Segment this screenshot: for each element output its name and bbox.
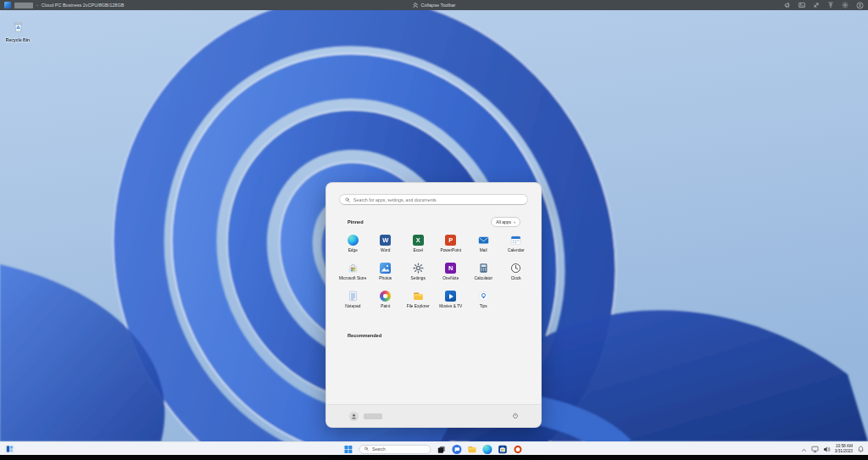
app-tile-movies-tv[interactable]: Movies & TV xyxy=(435,285,468,313)
task-view-button[interactable] xyxy=(437,445,446,454)
start-icon xyxy=(343,445,353,454)
notifications-bell-icon[interactable] xyxy=(857,441,865,457)
app-tile-powerpoint[interactable]: P PowerPoint xyxy=(435,230,468,258)
system-tray: 10:58 AM 3/31/2023 xyxy=(801,442,865,456)
app-label: Tips xyxy=(480,304,487,308)
app-tile-clock[interactable]: Clock xyxy=(500,258,533,285)
start-search-input[interactable]: Search for apps, settings, and documents xyxy=(339,194,528,205)
paint-icon xyxy=(380,291,391,302)
calendar-icon xyxy=(510,235,521,246)
app-tile-tips[interactable]: Tips xyxy=(467,285,500,313)
taskbar-search-icon xyxy=(364,446,369,452)
app-tile-mail[interactable]: Mail xyxy=(467,230,500,258)
taskbar-search-box[interactable]: Search xyxy=(359,445,431,454)
app-tile-onenote[interactable]: N OneNote xyxy=(435,258,468,285)
widgets-button[interactable] xyxy=(5,444,14,453)
screenshot-icon[interactable] xyxy=(798,2,805,8)
photos-icon xyxy=(380,263,391,274)
user-name-redacted xyxy=(364,413,382,419)
app-tile-word[interactable]: W Word xyxy=(370,230,403,258)
app-tile-excel[interactable]: X Excel xyxy=(402,230,435,258)
collapse-toolbar-label: Collapse Toolbar xyxy=(421,3,456,8)
start-button[interactable] xyxy=(343,445,353,454)
app-label: Notepad xyxy=(345,304,360,308)
feedback-icon[interactable] xyxy=(784,2,791,8)
notepad-icon xyxy=(348,291,359,302)
app-label: Excel xyxy=(413,248,423,252)
file-explorer-button[interactable] xyxy=(467,445,476,454)
all-apps-label: All apps xyxy=(496,219,511,224)
app-label: Settings xyxy=(411,276,426,280)
tray-date: 3/31/2023 xyxy=(835,449,853,454)
fullscreen-icon[interactable] xyxy=(813,2,820,8)
tips-icon xyxy=(478,291,489,302)
network-icon[interactable] xyxy=(811,441,819,457)
app-tile-edge[interactable]: Edge xyxy=(337,230,370,258)
file-explorer-icon xyxy=(413,291,424,302)
hidden-icons-chevron-icon[interactable] xyxy=(801,441,807,457)
toolbar-title-separator: - xyxy=(36,3,38,8)
settings-gear-icon xyxy=(413,263,424,274)
edge-icon xyxy=(348,235,359,246)
search-icon xyxy=(345,197,350,202)
user-account-button[interactable] xyxy=(349,412,382,421)
all-apps-button[interactable]: All apps › xyxy=(491,217,520,227)
app-label: File Explorer xyxy=(407,304,430,308)
upload-icon[interactable] xyxy=(827,2,834,8)
app-label: Clock xyxy=(511,276,521,280)
start-search-placeholder: Search for apps, settings, and documents xyxy=(353,197,437,202)
chevron-right-icon: › xyxy=(514,220,515,224)
app-label: Mail xyxy=(480,248,487,252)
recycle-bin-label: Recycle Bin xyxy=(3,37,33,42)
widgets-icon xyxy=(5,444,14,453)
word-icon: W xyxy=(380,235,391,246)
task-view-icon xyxy=(437,445,446,454)
store-icon xyxy=(348,263,359,274)
windows365-icon xyxy=(4,2,11,8)
app-label: Calendar xyxy=(508,248,524,252)
start-menu-footer xyxy=(326,404,541,427)
collapse-toolbar-button[interactable]: Collapse Toolbar xyxy=(413,0,456,10)
window-title: Cloud PC Business 2vCPU/8GB/128GB xyxy=(42,3,125,8)
connection-toolbar: - Cloud PC Business 2vCPU/8GB/128GB Coll… xyxy=(0,0,868,10)
app-tile-calculator[interactable]: Calculator xyxy=(467,258,500,285)
app-tile-settings[interactable]: Settings xyxy=(402,258,435,285)
app-tile-calendar[interactable]: Calendar xyxy=(500,230,533,258)
volume-icon[interactable] xyxy=(823,441,831,457)
office-icon xyxy=(514,446,521,453)
office-button[interactable] xyxy=(513,445,522,454)
clock-date-button[interactable]: 10:58 AM 3/31/2023 xyxy=(835,444,853,454)
app-label: PowerPoint xyxy=(440,248,461,252)
chat-icon xyxy=(452,445,461,454)
app-label: Movies & TV xyxy=(439,304,462,308)
app-tile-paint[interactable]: Paint xyxy=(370,285,403,313)
store-button[interactable] xyxy=(498,445,507,454)
powerpoint-icon: P xyxy=(445,235,456,246)
collapse-chevrons-icon xyxy=(413,2,419,8)
calculator-icon xyxy=(478,263,489,274)
app-tile-file-explorer[interactable]: File Explorer xyxy=(402,285,435,313)
movies-tv-icon xyxy=(445,291,456,302)
settings-icon[interactable] xyxy=(842,2,849,8)
edge-button[interactable] xyxy=(482,445,492,454)
app-label: Microsoft Store xyxy=(339,276,366,280)
taskbar-search-label: Search xyxy=(372,446,386,452)
mail-icon xyxy=(478,235,489,246)
session-name-redacted xyxy=(14,3,33,8)
app-label: Photos xyxy=(379,276,392,280)
app-tile-photos[interactable]: Photos xyxy=(370,258,403,285)
power-button[interactable] xyxy=(512,413,519,419)
profile-icon[interactable] xyxy=(856,2,864,9)
app-label: Word xyxy=(381,248,390,252)
store-icon xyxy=(498,445,507,454)
cloud-pc-screen: - Cloud PC Business 2vCPU/8GB/128GB Coll… xyxy=(0,0,868,460)
user-avatar xyxy=(349,412,359,421)
recycle-bin-shortcut[interactable]: Recycle Bin xyxy=(3,20,33,42)
app-tile-store[interactable]: Microsoft Store xyxy=(337,258,370,285)
app-tile-notepad[interactable]: Notepad xyxy=(337,285,370,313)
edge-icon xyxy=(482,445,492,454)
recommended-heading: Recommended xyxy=(348,333,381,338)
taskbar: Search xyxy=(0,441,868,455)
start-menu: Search for apps, settings, and documents… xyxy=(326,182,542,428)
chat-button[interactable] xyxy=(452,445,461,454)
